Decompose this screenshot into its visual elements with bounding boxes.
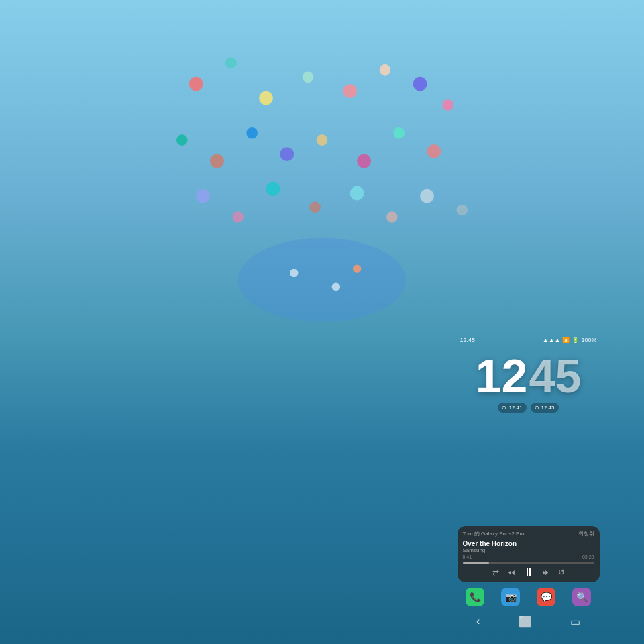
shuffle-icon[interactable]: ⇄ bbox=[492, 568, 499, 577]
next-icon[interactable]: ⏭ bbox=[542, 568, 550, 577]
lock-wifi-icon: 📶 bbox=[562, 337, 570, 343]
search-app-icon[interactable]: 🔍 bbox=[572, 588, 591, 606]
lock-phone-frame: 12:45 ▲▲▲ 📶 🔋 100% 12 45 bbox=[448, 330, 609, 639]
repeat-icon[interactable]: ↺ bbox=[558, 568, 565, 577]
mini-clocks-row: ⊙ 12:41 ⊙ 12:45 bbox=[498, 402, 558, 413]
mini-clock-2-icon: ⊙ bbox=[535, 405, 539, 411]
mini-clock-2: ⊙ 12:45 bbox=[531, 402, 559, 413]
mini-clock-1-time: 12:41 bbox=[508, 405, 522, 411]
clock-hour: 12 bbox=[476, 353, 528, 400]
lock-nav-home-icon[interactable]: ⬜ bbox=[519, 615, 532, 628]
music-app-name: Tom 的 Galaxy Buds2 Pro bbox=[463, 530, 525, 537]
music-artist: Samsung bbox=[463, 547, 594, 553]
lock-content: 12 45 ⊙ 12:41 ⊙ 12:45 bbox=[452, 346, 605, 522]
app-icons-row: 📞 📷 💬 🔍 bbox=[458, 585, 600, 609]
lock-bottom: Tom 的 Galaxy Buds2 Pro 최청취 Over the Hori… bbox=[452, 522, 605, 635]
music-time-row: 0:41 03:20 bbox=[463, 555, 594, 559]
msg-app-icon[interactable]: 💬 bbox=[537, 588, 555, 606]
mini-clock-2-time: 12:45 bbox=[541, 405, 555, 411]
music-header: Tom 的 Galaxy Buds2 Pro 최청취 bbox=[463, 530, 594, 537]
phone-icon: 📞 bbox=[470, 592, 481, 602]
music-title: Over the Horizon bbox=[463, 540, 594, 547]
lock-time: 12:45 bbox=[460, 337, 476, 343]
phone-app-icon[interactable]: 📞 bbox=[466, 588, 484, 606]
music-controls[interactable]: ⇄ ⏮ ⏸ ⏭ ↺ bbox=[463, 566, 594, 578]
mini-clock-1-icon: ⊙ bbox=[502, 405, 506, 411]
lock-bottom-nav: ‹ ⬜ ▭ bbox=[458, 612, 600, 631]
lock-screen: 12:45 ▲▲▲ 📶 🔋 100% 12 45 bbox=[452, 334, 605, 635]
mini-clock-1: ⊙ 12:41 bbox=[498, 402, 526, 413]
music-total-time: 03:20 bbox=[582, 555, 594, 559]
lock-nav-recent-icon[interactable]: ▭ bbox=[570, 615, 580, 628]
search-icon: 🔍 bbox=[576, 592, 588, 602]
play-pause-icon[interactable]: ⏸ bbox=[523, 566, 534, 578]
lock-phone-container: 12:45 ▲▲▲ 📶 🔋 100% 12 45 bbox=[413, 322, 644, 644]
lock-nav-back-icon[interactable]: ‹ bbox=[476, 615, 480, 628]
lock-battery-pct: 100% bbox=[581, 337, 596, 343]
music-player: Tom 的 Galaxy Buds2 Pro 최청취 Over the Hori… bbox=[458, 526, 600, 582]
msg-icon: 💬 bbox=[541, 592, 552, 602]
camera-app-icon[interactable]: 📷 bbox=[501, 588, 520, 606]
lock-battery-icon: 🔋 bbox=[572, 337, 579, 343]
music-progress-fill bbox=[463, 562, 489, 564]
music-current-time: 0:41 bbox=[463, 555, 472, 559]
lock-signal-icon: ▲▲▲ bbox=[543, 337, 561, 343]
camera-icon: 📷 bbox=[505, 592, 517, 602]
lock-status-icons: ▲▲▲ 📶 🔋 100% bbox=[543, 337, 597, 343]
prev-icon[interactable]: ⏮ bbox=[507, 568, 515, 577]
clock-display: 12 45 bbox=[476, 353, 582, 400]
music-progress-bar bbox=[463, 562, 594, 564]
clock-minute: 45 bbox=[529, 353, 582, 400]
lock-status-bar: 12:45 ▲▲▲ 📶 🔋 100% bbox=[452, 334, 605, 346]
music-badge: 최청취 bbox=[578, 530, 594, 537]
